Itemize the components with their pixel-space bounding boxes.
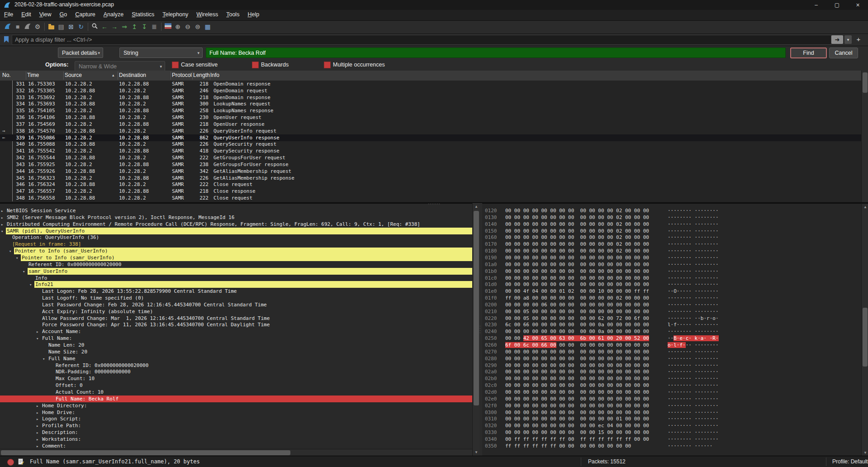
hex-ascii[interactable]: ········ ········ xyxy=(668,402,719,409)
hex-row[interactable]: 020000 00 00 00 06 00 00 00 00 00 00 00 … xyxy=(482,301,861,308)
hex-ascii[interactable]: ········ ········ xyxy=(668,254,719,261)
splitter-handle[interactable]: ······· xyxy=(428,203,441,205)
detail-tree-row[interactable]: Last Logoff: No time specified (0) xyxy=(0,295,472,301)
detail-tree-row[interactable]: ▸Profile Path: xyxy=(0,422,472,429)
packet-row[interactable]: 34516.75632310.2.28.210.2.28.88SAMR226Ge… xyxy=(0,175,868,181)
column-header-length[interactable]: Length xyxy=(193,72,210,78)
expander-closed-icon[interactable]: ▸ xyxy=(1,221,3,228)
hex-row[interactable]: 024000 00 00 00 00 00 00 00 00 00 0a 00 … xyxy=(482,328,861,335)
packet-row[interactable]: 33216.75330510.2.28.8810.2.28.2SAMR246Op… xyxy=(0,87,868,94)
expander-open-icon[interactable]: ▾ xyxy=(43,356,45,362)
hex-row[interactable]: 01a000 00 00 00 00 00 00 00 00 00 00 00 … xyxy=(482,261,861,268)
hex-ascii[interactable]: ········ ········ xyxy=(668,362,719,369)
scrollbar-thumb[interactable] xyxy=(474,211,479,405)
hex-bytes[interactable]: 00 ff ff ff ff ff ff 00 ff ff ff ff ff f… xyxy=(505,436,649,443)
packet-row[interactable]: 33616.75410610.2.28.8810.2.28.2SAMR230Op… xyxy=(0,114,868,121)
save-file-icon[interactable]: ▤ xyxy=(57,23,65,31)
packet-row[interactable]: 33816.75457010.2.28.8810.2.28.2SAMR226Qu… xyxy=(0,128,868,134)
column-separator[interactable] xyxy=(26,71,26,80)
hex-ascii[interactable]: ········ ········ xyxy=(668,241,719,248)
detail-tree-row[interactable]: ▸Description: xyxy=(0,429,472,436)
hex-bytes[interactable]: 00 00 00 00 00 00 00 00 00 00 00 00 02 0… xyxy=(505,248,649,254)
hex-row[interactable]: 02c000 00 00 00 00 00 00 00 00 00 00 00 … xyxy=(482,382,861,389)
hex-row[interactable]: 01f0ff 00 a8 00 00 00 00 00 00 00 00 00 … xyxy=(482,295,861,301)
stop-capture-icon[interactable]: ■ xyxy=(14,23,22,31)
menu-view[interactable]: View xyxy=(35,10,56,19)
expander-closed-icon[interactable]: ▸ xyxy=(36,423,38,429)
search-scope-select[interactable]: Packet details ▾ xyxy=(58,48,103,58)
detail-tree-row[interactable]: ▸Home Drive: xyxy=(0,409,472,416)
hex-bytes[interactable]: 00 00 00 00 00 00 00 00 00 00 00 00 00 0… xyxy=(505,268,649,275)
reload-file-icon[interactable]: ↻ xyxy=(77,23,85,31)
restart-capture-icon[interactable] xyxy=(24,23,32,31)
hex-bytes[interactable]: 00 00 00 00 00 00 00 00 00 00 00 00 00 0… xyxy=(505,409,649,416)
hex-bytes[interactable]: 00 00 00 00 00 00 00 00 00 00 00 00 02 0… xyxy=(505,221,649,228)
hex-bytes[interactable]: 00 00 00 00 00 00 00 00 00 00 00 00 00 0… xyxy=(505,254,649,261)
packet-row[interactable]: 34616.75632410.2.28.8810.2.28.2SAMR222Cl… xyxy=(0,181,868,188)
hex-row[interactable]: 02e000 00 00 00 00 00 00 00 00 00 00 00 … xyxy=(482,396,861,402)
colorize-icon[interactable] xyxy=(164,23,172,31)
expander-open-icon[interactable]: ▾ xyxy=(9,248,11,255)
hex-bytes[interactable]: 6c 00 66 00 00 00 00 00 00 00 0a 00 00 0… xyxy=(505,321,649,328)
detail-tree-row[interactable]: ▸NetBIOS Session Service xyxy=(0,207,472,214)
display-filter-input[interactable] xyxy=(12,35,831,45)
hex-ascii[interactable]: ········ ········ xyxy=(668,301,719,308)
hex-ascii[interactable]: ········ ········ xyxy=(668,422,719,429)
hex-row[interactable]: 031000 00 00 00 00 00 00 00 00 00 00 00 … xyxy=(482,415,861,422)
packet-row[interactable]: 34416.75592610.2.28.8810.2.28.2SAMR342Ge… xyxy=(0,168,868,175)
expander-open-icon[interactable]: ▾ xyxy=(36,335,38,342)
go-back-icon[interactable]: ← xyxy=(100,23,109,31)
detail-tree-row[interactable]: ▸Workstations: xyxy=(0,436,472,443)
hex-ascii[interactable]: ········ ········ xyxy=(668,436,719,443)
menu-tools[interactable]: Tools xyxy=(222,10,243,19)
hex-bytes[interactable]: 6f 00 6c 00 66 00 00 00 00 00 00 00 00 0… xyxy=(505,342,649,348)
find-packet-icon[interactable] xyxy=(90,23,99,31)
apply-filter-button[interactable]: ➜ xyxy=(831,35,843,44)
hex-ascii[interactable]: ········ ········ xyxy=(668,268,719,275)
hex-row[interactable]: 034000 ff ff ff ff ff ff 00 ff ff ff ff … xyxy=(482,436,861,443)
checkbox-backwards[interactable] xyxy=(252,62,259,68)
hex-row[interactable]: 032000 00 00 00 00 00 00 00 00 00 ec 04 … xyxy=(482,422,861,429)
checkbox-case-sensitive[interactable] xyxy=(172,62,179,68)
column-separator[interactable] xyxy=(192,71,193,80)
hex-ascii[interactable]: ········ ········ xyxy=(668,295,719,301)
expander-open-icon[interactable]: ▾ xyxy=(1,228,3,235)
detail-tree-row[interactable]: ▸Account Name: xyxy=(0,328,472,335)
detail-tree-row[interactable]: ▸Comment: xyxy=(0,443,472,449)
hex-ascii[interactable]: ········ ········ xyxy=(668,355,719,362)
checkbox-label[interactable]: Multiple occurrences xyxy=(333,62,385,68)
hex-row[interactable]: 02f000 00 00 00 00 00 00 00 00 00 00 00 … xyxy=(482,402,861,409)
hex-bytes[interactable]: 00 00 00 00 00 00 00 00 00 00 00 00 01 0… xyxy=(505,415,649,422)
detail-tree-row[interactable]: Full Name: Becka Rolf xyxy=(0,396,472,402)
filter-add-button[interactable]: + xyxy=(854,35,863,44)
go-forward-icon[interactable]: → xyxy=(110,23,119,31)
detail-tree-row[interactable]: Last Password Change: Feb 28, 2026 12:16… xyxy=(0,301,472,308)
hex-ascii[interactable]: ········ ········ xyxy=(668,281,719,288)
filter-bookmark-icon[interactable] xyxy=(4,36,9,45)
hex-bytes[interactable]: 00 00 4f 04 00 00 01 02 00 00 10 00 00 0… xyxy=(505,288,649,295)
scrollbar-thumb[interactable] xyxy=(863,72,868,93)
packet-row[interactable]: 33716.75456910.2.28.210.2.28.88SAMR218Op… xyxy=(0,121,868,128)
hex-bytes[interactable]: ff ff ff ff ff ff 00 00 00 00 00 00 00 0… xyxy=(505,443,631,449)
hex-row[interactable]: 019000 00 00 00 00 00 00 00 00 00 00 00 … xyxy=(482,254,861,261)
hex-ascii[interactable]: ········ ········ xyxy=(668,214,719,221)
hex-ascii[interactable]: ········ ········ xyxy=(668,348,719,355)
hex-bytes[interactable]: 00 00 00 00 00 00 00 00 00 00 00 00 00 0… xyxy=(505,281,649,288)
hex-ascii[interactable]: ········ ········ xyxy=(668,409,719,416)
hex-ascii[interactable]: ········ ········ xyxy=(668,221,719,228)
expander-open-icon[interactable]: ▾ xyxy=(23,268,25,275)
hex-row[interactable]: 01d000 00 00 00 00 00 00 00 00 00 00 00 … xyxy=(482,281,861,288)
hex-bytes[interactable]: 00 00 05 00 00 00 00 00 00 00 00 00 00 0… xyxy=(505,308,649,315)
hex-row[interactable]: 01b000 00 00 00 00 00 00 00 00 00 00 00 … xyxy=(482,268,861,275)
hex-row[interactable]: 018000 00 00 00 00 00 00 00 00 00 00 00 … xyxy=(482,248,861,254)
menu-wireless[interactable]: Wireless xyxy=(192,10,222,19)
resize-columns-icon[interactable]: ▦ xyxy=(204,23,212,31)
hex-row[interactable]: 017000 00 00 00 00 00 00 00 00 00 00 00 … xyxy=(482,241,861,248)
hex-row[interactable]: 02306c 00 66 00 00 00 00 00 00 00 0a 00 … xyxy=(482,321,861,328)
packet-row[interactable]: 34716.75655710.2.28.210.2.28.88SAMR218Cl… xyxy=(0,188,868,195)
hex-ascii[interactable]: ········ ········ xyxy=(668,389,719,396)
hex-bytes[interactable]: 00 00 00 00 00 00 00 00 00 00 00 00 00 0… xyxy=(505,402,649,409)
hex-row[interactable]: 015000 00 00 00 00 00 00 00 00 00 00 00 … xyxy=(482,228,861,234)
scroll-up-icon[interactable]: ▲ xyxy=(862,204,868,210)
auto-scroll-icon[interactable]: ≣ xyxy=(150,23,158,31)
